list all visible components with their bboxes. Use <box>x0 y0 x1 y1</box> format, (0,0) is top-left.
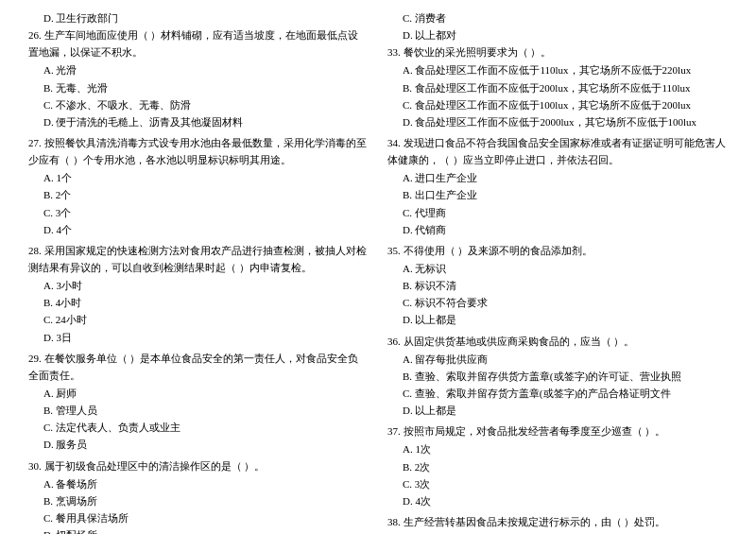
question-text: 36. 从固定供货基地或供应商采购食品的，应当（ ）。 <box>387 333 728 350</box>
option-item: C. 消费者 <box>387 9 728 26</box>
option-item: A. 1个 <box>28 169 369 186</box>
option-item: D. 4次 <box>387 492 728 509</box>
option-item: B. 管理人员 <box>28 402 369 419</box>
question-block: 28. 采用国家规定的快速检测方法对食用农产品进行抽查检测，被抽人对检测结果有异… <box>28 242 369 346</box>
question-block: 38. 生产经营转基因食品未按规定进行标示的，由（ ）处罚。A. 农业部门B. … <box>387 513 728 534</box>
option-item: C. 查验、索取并留存货方盖章(或签字)的产品合格证明文件 <box>387 385 728 402</box>
option-item: C. 标识不符合要求 <box>387 294 728 311</box>
question-text: 33. 餐饮业的采光照明要求为（ ）。 <box>387 43 728 60</box>
option-item: B. 出口生产企业 <box>387 186 728 203</box>
question-block: 34. 发现进口食品不符合我国食品安全国家标准或者有证据证明可能危害人体健康的，… <box>387 134 728 238</box>
option-item: D. 3日 <box>28 329 369 346</box>
question-text: 34. 发现进口食品不符合我国食品安全国家标准或者有证据证明可能危害人体健康的，… <box>387 134 728 168</box>
question-text: 35. 不得使用（ ）及来源不明的食品添加剂。 <box>387 242 728 259</box>
option-item: A. 厨师 <box>28 385 369 402</box>
question-block: 35. 不得使用（ ）及来源不明的食品添加剂。A. 无标识B. 标识不清C. 标… <box>387 242 728 329</box>
option-item: C. 3个 <box>28 204 369 221</box>
option-item: A. 进口生产企业 <box>387 169 728 186</box>
option-item: D. 卫生行政部门 <box>28 9 369 26</box>
option-item: B. 无毒、光滑 <box>28 79 369 96</box>
question-text: 30. 属于初级食品处理区中的清洁操作区的是（ ）。 <box>28 457 369 474</box>
option-item: A. 1次 <box>387 440 728 457</box>
question-block: 26. 生产车间地面应使用（ ）材料铺砌，应有适当坡度，在地面最低点设置地漏，以… <box>28 26 369 130</box>
question-block: 29. 在餐饮服务单位（ ）是本单位食品安全的第一责任人，对食品安全负全面责任。… <box>28 350 369 454</box>
option-item: D. 切配场所 <box>28 526 369 534</box>
question-text: 27. 按照餐饮具清洗消毒方式设专用水池由各最低数量，采用化学消毒的至少应有（ … <box>28 134 369 168</box>
question-text: 38. 生产经营转基因食品未按规定进行标示的，由（ ）处罚。 <box>387 513 728 530</box>
question-block: 30. 属于初级食品处理区中的清洁操作区的是（ ）。A. 备餐场所B. 烹调场所… <box>28 457 369 534</box>
question-block: 36. 从固定供货基地或供应商采购食品的，应当（ ）。A. 留存每批供应商B. … <box>387 333 728 420</box>
question-text: 28. 采用国家规定的快速检测方法对食用农产品进行抽查检测，被抽人对检测结果有异… <box>28 242 369 276</box>
question-block: 37. 按照市局规定，对食品批发经营者每季度至少巡查（ ）。A. 1次B. 2次… <box>387 422 728 509</box>
option-item: A. 食品处理区工作面不应低于110lux，其它场所不应低于220lux <box>387 61 728 78</box>
right-column: C. 消费者D. 以上都对33. 餐饮业的采光照明要求为（ ）。A. 食品处理区… <box>387 9 728 534</box>
option-item: C. 餐用具保洁场所 <box>28 509 369 526</box>
page-container: D. 卫生行政部门26. 生产车间地面应使用（ ）材料铺砌，应有适当坡度，在地面… <box>28 9 728 534</box>
two-column-layout: D. 卫生行政部门26. 生产车间地面应使用（ ）材料铺砌，应有适当坡度，在地面… <box>28 9 728 534</box>
option-item: C. 不渗水、不吸水、无毒、防滑 <box>28 96 369 113</box>
option-item: D. 4个 <box>28 221 369 238</box>
option-item: B. 2个 <box>28 186 369 203</box>
question-block: 33. 餐饮业的采光照明要求为（ ）。A. 食品处理区工作面不应低于110lux… <box>387 43 728 130</box>
option-item: A. 留存每批供应商 <box>387 351 728 368</box>
option-item: A. 无标识 <box>387 260 728 277</box>
option-item: C. 24小时 <box>28 311 369 328</box>
option-item: A. 备餐场所 <box>28 475 369 492</box>
option-item: D. 以上都是 <box>387 402 728 419</box>
question-text: 37. 按照市局规定，对食品批发经营者每季度至少巡查（ ）。 <box>387 422 728 439</box>
option-item: D. 以上都是 <box>387 311 728 328</box>
left-column: D. 卫生行政部门26. 生产车间地面应使用（ ）材料铺砌，应有适当坡度，在地面… <box>28 9 369 534</box>
option-item: D. 以上都对 <box>387 26 728 43</box>
question-block: 27. 按照餐饮具清洗消毒方式设专用水池由各最低数量，采用化学消毒的至少应有（ … <box>28 134 369 238</box>
option-item: A. 3小时 <box>28 277 369 294</box>
option-item: D. 便于清洗的毛糙上、沥青及其他凝固材料 <box>28 113 369 130</box>
option-item: B. 食品处理区工作面不应低于200lux，其它场所不应低于110lux <box>387 79 728 96</box>
option-item: D. 服务员 <box>28 436 369 453</box>
option-item: B. 4小时 <box>28 294 369 311</box>
option-item: C. 法定代表人、负责人或业主 <box>28 419 369 436</box>
option-item: C. 代理商 <box>387 204 728 221</box>
option-item: B. 烹调场所 <box>28 492 369 509</box>
question-text: 29. 在餐饮服务单位（ ）是本单位食品安全的第一责任人，对食品安全负全面责任。 <box>28 350 369 384</box>
option-item: D. 食品处理区工作面不应低于2000lux，其它场所不应低于100lux <box>387 113 728 130</box>
option-item: A. 光滑 <box>28 61 369 78</box>
option-item: C. 3次 <box>387 475 728 492</box>
option-item: B. 标识不清 <box>387 277 728 294</box>
option-item: B. 查验、索取并留存供货方盖章(或签字)的许可证、营业执照 <box>387 368 728 385</box>
option-item: D. 代销商 <box>387 221 728 238</box>
option-item: B. 2次 <box>387 458 728 475</box>
question-text: 26. 生产车间地面应使用（ ）材料铺砌，应有适当坡度，在地面最低点设置地漏，以… <box>28 26 369 60</box>
option-item: C. 食品处理区工作面不应低于100lux，其它场所不应低于200lux <box>387 96 728 113</box>
